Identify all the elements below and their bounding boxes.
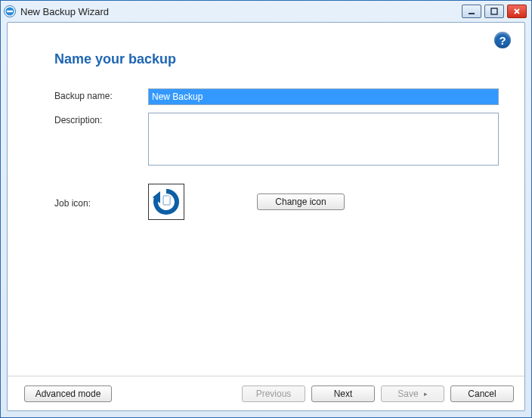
backup-name-label: Backup name: bbox=[54, 88, 148, 101]
save-button: Save ▸ bbox=[381, 385, 444, 402]
maximize-button[interactable] bbox=[484, 5, 504, 18]
window-controls bbox=[462, 5, 527, 18]
cancel-button[interactable]: Cancel bbox=[450, 385, 514, 402]
window-frame: New Backup Wizard ? Name your backup Bac… bbox=[0, 0, 532, 418]
svg-rect-4 bbox=[491, 8, 497, 14]
minimize-button[interactable] bbox=[462, 5, 481, 18]
cancel-label: Cancel bbox=[468, 389, 496, 399]
job-icon-preview bbox=[148, 184, 184, 220]
svg-rect-3 bbox=[469, 13, 475, 14]
change-icon-label: Change icon bbox=[275, 197, 326, 207]
previous-button: Previous bbox=[242, 385, 305, 402]
svg-rect-2 bbox=[7, 11, 13, 12]
row-description: Description: bbox=[26, 113, 506, 166]
page-heading: Name your backup bbox=[54, 51, 506, 67]
row-job-icon: Job icon: Change icon bbox=[26, 184, 506, 220]
footer-bar: Advanced mode Previous Next Save ▸ Cance… bbox=[8, 376, 524, 410]
advanced-mode-button[interactable]: Advanced mode bbox=[24, 385, 112, 402]
advanced-mode-label: Advanced mode bbox=[36, 389, 101, 399]
next-label: Next bbox=[334, 389, 353, 399]
help-icon[interactable]: ? bbox=[494, 32, 511, 48]
content-panel: ? Name your backup Backup name: Descript… bbox=[8, 23, 524, 376]
description-textarea[interactable] bbox=[148, 113, 499, 166]
description-label: Description: bbox=[54, 113, 148, 125]
previous-label: Previous bbox=[256, 389, 292, 399]
close-button[interactable] bbox=[507, 5, 527, 18]
change-icon-button[interactable]: Change icon bbox=[257, 194, 345, 210]
app-icon bbox=[4, 5, 16, 17]
row-backup-name: Backup name: bbox=[26, 88, 506, 105]
restore-icon bbox=[151, 187, 181, 217]
job-icon-label: Job icon: bbox=[54, 196, 148, 209]
client-area: ? Name your backup Backup name: Descript… bbox=[7, 22, 525, 411]
save-label: Save bbox=[397, 389, 418, 399]
titlebar[interactable]: New Backup Wizard bbox=[1, 1, 531, 22]
next-button[interactable]: Next bbox=[311, 385, 375, 402]
window-title: New Backup Wizard bbox=[20, 6, 462, 17]
chevron-right-icon: ▸ bbox=[424, 390, 428, 398]
backup-name-input[interactable] bbox=[148, 88, 499, 105]
